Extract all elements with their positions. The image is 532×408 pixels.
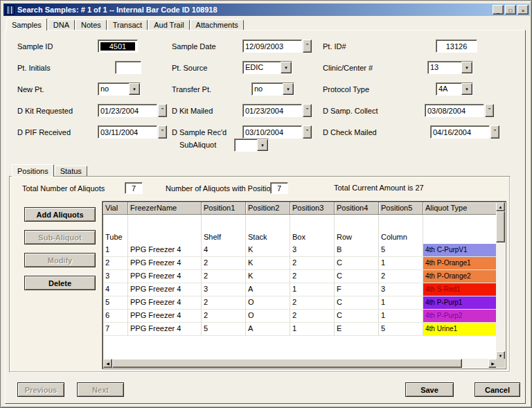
table-cell: C [335, 296, 379, 310]
d-pif-received-picker-button[interactable]: ” [158, 125, 167, 139]
d-sample-recd-picker-button[interactable]: ” [303, 125, 312, 139]
tab-transact[interactable]: Transact [107, 19, 148, 30]
sample-id-input[interactable]: 4501 [98, 39, 138, 53]
tab-dna[interactable]: DNA [48, 19, 75, 30]
column-header-position3[interactable]: Position3 [290, 202, 335, 215]
column-header-position1[interactable]: Position1 [202, 202, 246, 215]
minimize-button[interactable]: _ [493, 5, 504, 15]
maximize-button[interactable]: □ [505, 5, 516, 15]
new-pt-select[interactable]: no ▼ [98, 82, 141, 96]
save-button[interactable]: Save [405, 382, 454, 397]
transfer-pt-select[interactable]: no ▼ [251, 82, 294, 96]
d-check-mailed-label: D Check Mailed [323, 128, 377, 136]
d-kit-mailed-label: D Kit Mailed [172, 107, 213, 115]
d-sample-recd-input[interactable]: 03/10/2004 [242, 125, 302, 139]
chevron-down-icon[interactable]: ▼ [257, 139, 268, 151]
scroll-left-icon: ◀ [106, 361, 109, 366]
cancel-button[interactable]: Cancel [475, 382, 520, 397]
table-row[interactable]: 3PPG Freezer 42K2C24th P-Orange2 [103, 270, 497, 283]
chevron-down-icon[interactable]: ▼ [461, 62, 472, 73]
d-check-mailed-input[interactable]: 04/16/2004 [430, 125, 490, 139]
chevron-down-icon[interactable]: ▼ [129, 83, 140, 95]
pt-initials-input[interactable] [115, 61, 141, 74]
column-header-position5[interactable]: Position5 [379, 202, 423, 215]
column-header-freezername[interactable]: FreezerName [128, 202, 202, 215]
table-row[interactable]: 7PPG Freezer 45A1E54th Urine1 [103, 323, 497, 336]
table-cell: 1 [379, 257, 423, 270]
chevron-down-icon[interactable]: ▼ [461, 83, 472, 95]
date-picker-icon: ” [494, 128, 496, 135]
protocol-type-select[interactable]: 4A ▼ [436, 82, 473, 96]
column-header-aliquot-type[interactable]: Aliquot Type [423, 202, 497, 215]
window-controls: _ □ × [493, 5, 529, 15]
chevron-down-icon[interactable]: ▼ [281, 62, 292, 73]
sample-date-input[interactable]: 12/09/2003 [242, 39, 302, 53]
column-header-vial[interactable]: Vial [103, 202, 128, 215]
table-row[interactable]: 4PPG Freezer 43A1F34th S-Red1 [103, 283, 497, 296]
tab-aud-trail[interactable]: Aud Trail [148, 19, 189, 30]
modify-button[interactable]: Modify [24, 253, 96, 267]
table-row[interactable]: 2PPG Freezer 42K2C14th P-Orange1 [103, 257, 497, 270]
delete-button[interactable]: Delete [24, 276, 96, 290]
tab-samples[interactable]: Samples [6, 18, 47, 30]
subaliquot-label: SubAliquot [179, 141, 216, 149]
total-current-amount-text: Total Current Amount is 27 [334, 184, 424, 192]
close-button[interactable]: × [517, 5, 529, 15]
d-check-mailed-picker-button[interactable]: ” [490, 125, 499, 139]
clinic-center-value: 13 [428, 62, 461, 73]
scroll-left-button[interactable]: ◀ [103, 359, 112, 368]
aliquot-type-cell: 4th Urine1 [423, 323, 497, 336]
total-aliquots-field[interactable]: 7 [125, 182, 143, 194]
d-pif-received-input[interactable]: 03/11/2004 [98, 125, 157, 139]
date-picker-icon: ” [306, 42, 308, 49]
vertical-scrollbar[interactable]: ▲ ▼ [496, 202, 505, 360]
date-picker-icon: ” [306, 107, 308, 114]
table-row[interactable]: 5PPG Freezer 42O2C14th P-Purp1 [103, 296, 497, 310]
positions-panel: Total Number of Aliquots 7 Number of Ali… [9, 176, 511, 373]
sub-aliquot-button[interactable]: Sub-Aliquot [24, 230, 96, 245]
table-cell: 1 [379, 296, 423, 310]
aliquots-with-positions-field[interactable]: 7 [270, 182, 288, 194]
subaliquot-select[interactable]: ▼ [234, 139, 269, 152]
add-aliquots-button[interactable]: Add Aliquots [24, 207, 96, 222]
table-cell: 2 [202, 310, 246, 323]
previous-button[interactable]: Previous [17, 382, 64, 397]
tab-attachments[interactable]: Attachments [190, 19, 244, 30]
aliquots-with-positions-value: 7 [277, 184, 281, 193]
vertical-scroll-thumb[interactable] [496, 211, 505, 242]
d-kit-requested-input[interactable]: 01/23/2004 [98, 104, 157, 117]
table-cell: PPG Freezer 4 [128, 257, 202, 270]
table-row[interactable]: 6PPG Freezer 42O2C14th P-Purp2 [103, 310, 497, 323]
clinic-center-select[interactable]: 13 ▼ [427, 61, 473, 74]
pt-id-input[interactable]: 13126 [436, 39, 477, 53]
window-title: Search Samples: # 1 of 1 -- Internal Bar… [17, 6, 493, 14]
app-icon [6, 6, 15, 15]
subcolumn-header-stack: Stack [246, 231, 290, 244]
column-header-position4[interactable]: Position4 [335, 202, 379, 215]
horizontal-scroll-thumb[interactable] [112, 359, 462, 368]
d-samp-collect-input[interactable]: 03/08/2004 [425, 104, 484, 117]
next-button[interactable]: Next [77, 382, 124, 397]
subcolumn-header-row: Row [335, 231, 379, 244]
table-cell: 6 [103, 310, 128, 323]
d-samp-collect-picker-button[interactable]: ” [485, 104, 494, 117]
table-cell: 1 [290, 283, 335, 296]
d-kit-mailed-input[interactable]: 01/23/2004 [242, 104, 302, 117]
subcolumn-header-blank [128, 231, 202, 244]
scroll-up-button[interactable]: ▲ [496, 202, 505, 211]
d-kit-mailed-picker-button[interactable]: ” [303, 104, 312, 117]
d-kit-requested-picker-button[interactable]: ” [158, 104, 167, 117]
table-cell: 1 [103, 244, 128, 257]
table-cell: PPG Freezer 4 [128, 323, 202, 336]
sample-date-picker-button[interactable]: ” [303, 39, 312, 53]
panel-tab-status[interactable]: Status [55, 166, 87, 176]
table-body: 1PPG Freezer 44K3B54th C-PurpV12PPG Free… [103, 244, 497, 336]
column-header-position2[interactable]: Position2 [246, 202, 290, 215]
tab-notes[interactable]: Notes [76, 19, 107, 30]
pt-source-select[interactable]: EDIC ▼ [242, 61, 292, 74]
chevron-down-icon[interactable]: ▼ [283, 83, 294, 95]
panel-tab-positions[interactable]: Positions [12, 164, 54, 177]
table-row[interactable]: 1PPG Freezer 44K3B54th C-PurpV1 [103, 244, 497, 257]
horizontal-scrollbar[interactable]: ◀ ▶ [103, 359, 497, 368]
table-cell: C [335, 310, 379, 323]
